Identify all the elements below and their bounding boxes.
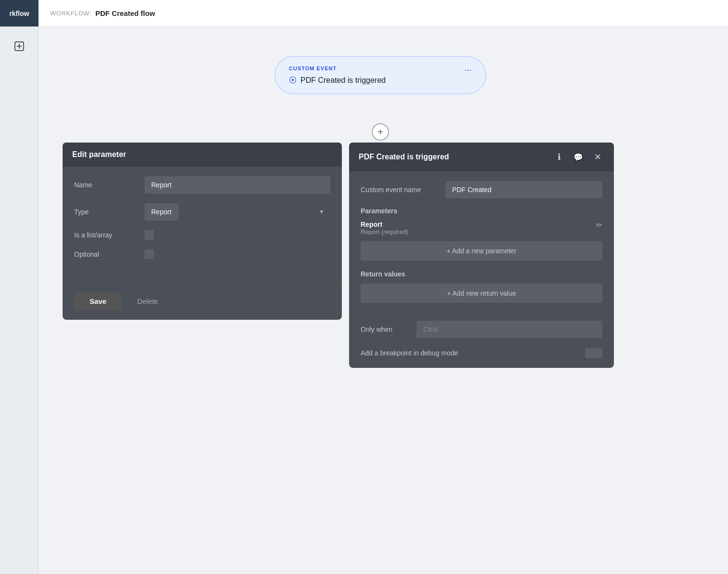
is-list-row: Is a list/array xyxy=(74,230,330,240)
event-node-label: CUSTOM EVENT xyxy=(289,65,337,71)
type-field-row: Type Report ▼ xyxy=(74,203,330,221)
only-when-label: Only when xyxy=(361,326,409,333)
is-list-checkbox[interactable] xyxy=(144,230,154,240)
param-sub: Report (required) xyxy=(361,228,408,235)
panel-header-icons: ℹ 💬 ✕ xyxy=(552,150,604,164)
is-list-label: Is a list/array xyxy=(74,231,137,239)
section-divider xyxy=(361,313,602,313)
workflow-label: WORKFLOW: xyxy=(50,10,91,17)
panel-divider xyxy=(63,282,342,283)
add-parameter-button[interactable]: + Add a new parameter xyxy=(361,241,602,261)
sidebar xyxy=(0,27,39,574)
add-step-button[interactable]: + xyxy=(372,123,389,141)
breadcrumb: WORKFLOW: PDF Created flow xyxy=(39,9,167,17)
type-select-wrapper: Report ▼ xyxy=(144,203,330,221)
custom-event-name-label: Custom event name xyxy=(361,186,438,194)
optional-label: Optional xyxy=(74,250,137,258)
info-icon[interactable]: ℹ xyxy=(552,150,566,164)
event-node-title: ⦿ PDF Created is triggered xyxy=(289,76,472,85)
name-label: Name xyxy=(74,181,137,189)
param-name: Report xyxy=(361,221,408,228)
optional-row: Optional xyxy=(74,249,330,259)
name-input[interactable] xyxy=(144,176,330,194)
close-icon[interactable]: ✕ xyxy=(591,150,604,164)
pdf-triggered-panel: PDF Created is triggered ℹ 💬 ✕ Custom ev… xyxy=(349,143,614,368)
custom-event-name-input[interactable] xyxy=(445,181,602,198)
return-values-label: Return values xyxy=(361,270,602,278)
right-panel-body: Custom event name Parameters Report Repo… xyxy=(349,171,614,368)
workflow-name: PDF Created flow xyxy=(95,9,155,17)
param-item: Report Report (required) ✏ xyxy=(361,221,602,235)
top-bar: rkflow WORKFLOW: PDF Created flow xyxy=(0,0,728,27)
only-when-input[interactable] xyxy=(416,321,602,338)
sidebar-add-icon[interactable] xyxy=(10,37,29,56)
edit-panel-body: Name Type Report ▼ Is a list/array Optio… xyxy=(63,167,342,278)
edit-panel-actions: Save Delete xyxy=(63,292,342,320)
parameters-section-label: Parameters xyxy=(361,207,602,215)
param-info: Report Report (required) xyxy=(361,221,408,235)
edit-panel-title: Edit parameter xyxy=(63,143,342,167)
edit-parameter-panel: Edit parameter Name Type Report ▼ Is a l… xyxy=(63,143,342,320)
breakpoint-toggle[interactable] xyxy=(585,348,602,358)
dropdown-arrow-icon: ▼ xyxy=(319,209,325,215)
delete-button[interactable]: Delete xyxy=(130,292,166,310)
right-panel-title: PDF Created is triggered xyxy=(359,153,449,161)
canvas-area: CUSTOM EVENT ··· ⦿ PDF Created is trigge… xyxy=(39,27,728,574)
event-node: CUSTOM EVENT ··· ⦿ PDF Created is trigge… xyxy=(274,56,486,94)
radio-icon: ⦿ xyxy=(289,76,297,85)
event-node-menu[interactable]: ··· xyxy=(465,65,472,74)
save-button[interactable]: Save xyxy=(74,292,122,310)
breakpoint-label: Add a breakpoint in debug mode xyxy=(361,349,458,357)
custom-event-name-row: Custom event name xyxy=(361,181,602,198)
name-field-row: Name xyxy=(74,176,330,194)
param-edit-icon[interactable]: ✏ xyxy=(596,221,602,230)
only-when-row: Only when xyxy=(361,321,602,338)
optional-checkbox[interactable] xyxy=(144,249,154,259)
comment-icon[interactable]: 💬 xyxy=(572,150,585,164)
add-return-value-button[interactable]: + Add new return value xyxy=(361,284,602,303)
app-logo: rkflow xyxy=(0,0,39,26)
right-panel-header: PDF Created is triggered ℹ 💬 ✕ xyxy=(349,143,614,171)
breakpoint-row: Add a breakpoint in debug mode xyxy=(361,346,602,358)
event-node-header: CUSTOM EVENT ··· xyxy=(289,65,472,74)
type-select[interactable]: Report xyxy=(144,203,179,221)
type-label: Type xyxy=(74,208,137,216)
